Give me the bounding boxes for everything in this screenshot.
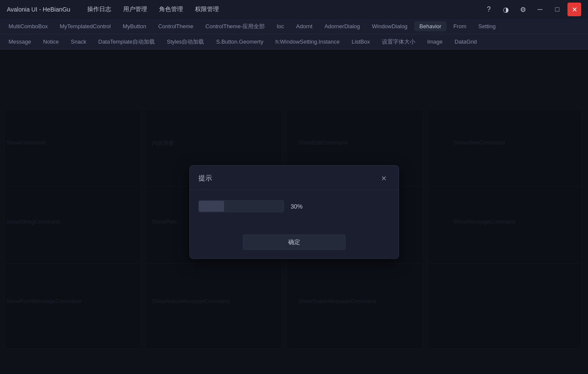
tab1-behavior[interactable]: Behavior (414, 21, 446, 31)
minimize-button[interactable]: ─ (533, 3, 547, 16)
titlebar: Avalonia UI - HeBianGu 操作日志 用户管理 角色管理 权限… (0, 0, 588, 19)
progress-bar-fill (199, 200, 224, 212)
dialog-body: 30% (190, 190, 399, 231)
tabbar1: MultiComboBox MyTemplatedControl MyButto… (0, 19, 588, 34)
nav-menu: 操作日志 用户管理 角色管理 权限管理 (87, 4, 482, 15)
tab2-datagrid[interactable]: DataGrid (449, 37, 482, 47)
maximize-button[interactable]: □ (550, 3, 564, 16)
tabbar2: Message Notice Snack DataTemplate自动加载 St… (0, 34, 588, 50)
nav-item-user[interactable]: 用户管理 (123, 4, 147, 15)
dialog: 提示 ✕ 30% 确定 (189, 165, 399, 259)
contrast-button[interactable]: ◑ (499, 3, 513, 16)
tab2-styles[interactable]: Styles自动加载 (162, 36, 209, 47)
progress-row: 30% (198, 200, 390, 212)
tab1-setting[interactable]: Setting (473, 21, 501, 31)
tab1-controltheme[interactable]: ControlTheme (153, 21, 198, 31)
settings-button[interactable]: ⚙ (516, 3, 530, 16)
tab1-windowdialog[interactable]: WindowDialog (367, 21, 413, 31)
window-controls: ? ◑ ⚙ ─ □ ✕ (482, 3, 581, 16)
tab2-datatemplate[interactable]: DataTemplate自动加载 (93, 36, 160, 47)
tab2-message[interactable]: Message (3, 37, 36, 47)
tab2-snack[interactable]: Snack (66, 37, 92, 47)
tab2-notice[interactable]: Notice (38, 37, 64, 47)
help-button[interactable]: ? (482, 3, 496, 16)
tab1-ioc[interactable]: Ioc (272, 21, 289, 31)
tab1-controltheme-all[interactable]: ControlTheme-应用全部 (200, 21, 270, 32)
app-title: Avalonia UI - HeBianGu (7, 6, 70, 13)
tab2-windowsetting[interactable]: h:WindowSetting.Instance (270, 37, 345, 47)
tab2-image[interactable]: Image (422, 37, 448, 47)
tab1-multicombobox[interactable]: MultiComboBox (3, 21, 53, 31)
nav-item-perm[interactable]: 权限管理 (195, 4, 219, 15)
tab1-mybutton[interactable]: MyButton (118, 21, 151, 31)
nav-item-log[interactable]: 操作日志 (87, 4, 111, 15)
progress-bar-wrap (198, 200, 284, 212)
close-button[interactable]: ✕ (567, 3, 581, 16)
tab1-adornt[interactable]: Adornt (291, 21, 317, 31)
confirm-button[interactable]: 确定 (243, 234, 346, 250)
tab2-sbutton[interactable]: S.Button.Geomerty (211, 37, 269, 47)
tab2-fontsize[interactable]: 设置字体大小 (377, 36, 420, 47)
progress-text: 30% (291, 203, 303, 209)
tab2-listbox[interactable]: ListBox (346, 37, 375, 47)
main-content: ShowCommand 内嵌弹窗 ShowEditCommand ShowVie… (0, 50, 588, 374)
nav-item-role[interactable]: 角色管理 (159, 4, 183, 15)
dialog-close-button[interactable]: ✕ (378, 172, 390, 184)
tab1-mytemplatedcontrol[interactable]: MyTemplatedControl (55, 21, 116, 31)
tab1-adornerdialog[interactable]: AdornerDialog (319, 21, 365, 31)
dialog-title: 提示 (198, 174, 212, 183)
dialog-header: 提示 ✕ (190, 165, 399, 190)
tab1-from[interactable]: From (448, 21, 471, 31)
dialog-footer: 确定 (190, 231, 399, 258)
